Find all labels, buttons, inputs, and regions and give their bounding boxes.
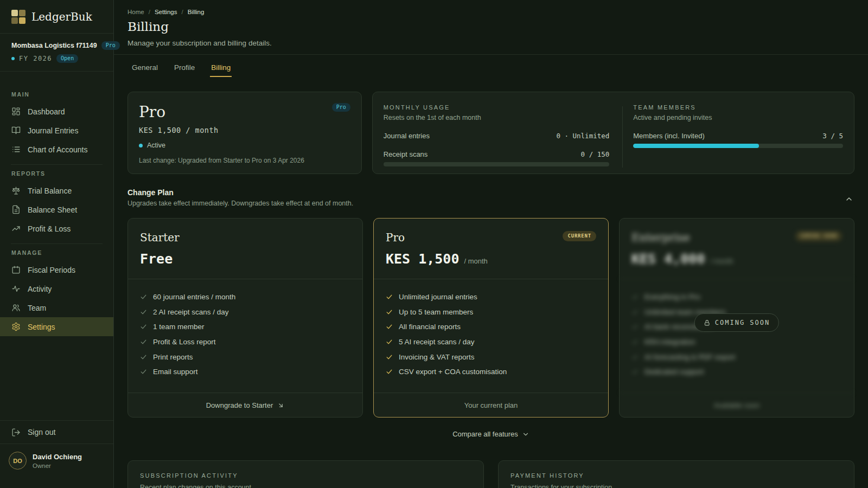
user-profile[interactable]: DO David Ochieng Owner [0,444,113,477]
feature-label: Email support [153,368,198,376]
sidebar-item-balance-sheet[interactable]: Balance Sheet [0,200,113,219]
sidebar-item-fiscal-periods[interactable]: Fiscal Periods [0,260,113,279]
plan-price: Free [140,251,173,267]
feature-label: Profit & Loss report [153,338,216,346]
receipt-scans-label: Receipt scans [384,150,428,158]
subscription-activity-subtitle: Recent plan changes on this account [140,484,471,488]
payment-history-card: PAYMENT HISTORY Transactions for your su… [498,460,854,488]
dashboard-icon [11,107,21,116]
activity-icon [11,284,21,293]
plan-name: Starter [140,231,180,244]
trending-up-icon [11,224,21,233]
current-plan-name: Pro [139,103,165,121]
sidebar-item-label: Balance Sheet [28,206,77,214]
plan-price: KES 1,500 [386,251,459,267]
tab-profile[interactable]: Profile [173,55,196,77]
downgrade-to-starter-button[interactable]: Downgrade to Starter [128,393,362,417]
check-icon [631,293,639,300]
feature-label: KRA integration [644,338,695,346]
feature-label: 1 team member [153,323,205,331]
feature-label: All financial reports [399,323,461,331]
sidebar-item-activity[interactable]: Activity [0,279,113,298]
check-icon [631,338,639,345]
check-icon [386,293,393,300]
sidebar-item-label: Dashboard [28,107,65,116]
workspace-switcher[interactable]: Mombasa Logistics f71149 Pro FY 2026 Ope… [0,34,113,72]
team-members-section: TEAM MEMBERS Active and pending invites … [622,104,843,166]
check-icon [386,309,393,316]
feature-label: CSV export + COA customisation [399,368,507,376]
bottom-cards: SUBSCRIPTION ACTIVITY Recent plan change… [127,460,854,488]
check-icon [631,354,639,361]
app-logo[interactable]: LedgerBuk [0,0,113,34]
settings-tabs: General Profile Billing [127,55,854,77]
feature-label: Everything in Pro [644,293,700,301]
nav-divider [11,164,103,165]
plan-card-pro: Pro CURRENT KES 1,500 / month Unlimited … [373,218,609,418]
team-members-title: TEAM MEMBERS [633,104,843,111]
sidebar-item-label: Activity [28,285,52,293]
your-current-plan-label: Your current plan [374,393,608,417]
sidebar-item-label: Team [28,304,46,312]
journal-entries-label: Journal entries [384,132,430,140]
log-out-icon [11,428,21,437]
plan-features: 60 journal entries / month 2 AI receipt … [128,279,362,393]
app-name: LedgerBuk [31,10,92,23]
breadcrumb-settings[interactable]: Settings [155,9,177,15]
fiscal-year-status-dot [11,57,15,60]
sidebar-item-team[interactable]: Team [0,298,113,317]
tab-general[interactable]: General [131,55,159,77]
breadcrumb-billing[interactable]: Billing [188,9,205,15]
compare-label: Compare all features [452,430,518,438]
sidebar-item-label: Settings [28,323,55,331]
breadcrumb-separator: / [181,9,183,15]
plan-period: / month [464,257,487,265]
feature-label: Invoicing & VAT reports [399,353,475,361]
ledgerbuk-logo-icon [11,10,25,24]
sidebar-item-label: Fiscal Periods [28,266,75,274]
plan-features: Unlimited journal entries Up to 5 team m… [374,279,608,393]
sidebar-item-dashboard[interactable]: Dashboard [0,102,113,121]
active-status-label: Active [147,142,165,149]
available-soon-text: Available soon [714,401,760,409]
chevron-up-icon [845,195,853,203]
sign-out-button[interactable]: Sign out [0,420,113,444]
plan-name: Enterprise [631,231,690,244]
sidebar-item-chart-of-accounts[interactable]: Chart of Accounts [0,140,113,159]
sidebar-item-profit-loss[interactable]: Profit & Loss [0,219,113,238]
monthly-usage-subtitle: Resets on the 1st of each month [384,114,610,121]
check-icon [631,323,639,330]
tab-billing[interactable]: Billing [210,55,232,77]
compare-all-features-button[interactable]: Compare all features [127,430,854,438]
users-icon [11,303,21,312]
plan-period: / month [710,257,733,265]
feature-label: Print reports [153,353,193,361]
workspace-name: Mombasa Logistics f71149 [11,42,97,49]
plan-card-starter: Starter Free 60 journal entries / month … [127,218,363,418]
plan-features: Everything in Pro Unlimited team members… [620,279,854,393]
sidebar-item-journal-entries[interactable]: Journal Entries [0,121,113,140]
current-plan-badge: Pro [332,103,350,112]
sidebar: LedgerBuk Mombasa Logistics f71149 Pro F… [0,0,114,488]
sidebar-item-settings[interactable]: Settings [0,317,113,336]
available-soon-label: Available soon [620,393,854,417]
collapse-section-button[interactable] [845,195,853,203]
feature-label: AI forecasting & PDF export [644,353,735,361]
check-icon [140,293,147,300]
feature-label: Up to 5 team members [399,308,473,316]
subscription-activity-card: SUBSCRIPTION ACTIVITY Recent plan change… [127,460,484,488]
feature-label: 60 journal entries / month [153,293,235,301]
feature-label: 2 AI receipt scans / day [153,308,229,316]
change-plan-header: Change Plan Upgrades take effect immedia… [127,188,854,207]
plan-name: Pro [386,231,405,244]
check-icon [140,309,147,316]
current-plan-status: Active [139,142,350,149]
journal-entries-value: 0 · Unlimited [556,132,609,140]
check-icon [140,354,147,361]
breadcrumb-home[interactable]: Home [127,9,144,15]
check-icon [386,354,393,361]
nav-section-main: MAIN [0,91,113,98]
check-icon [386,368,393,375]
change-plan-title: Change Plan [127,188,854,197]
sidebar-item-trial-balance[interactable]: Trial Balance [0,181,113,200]
